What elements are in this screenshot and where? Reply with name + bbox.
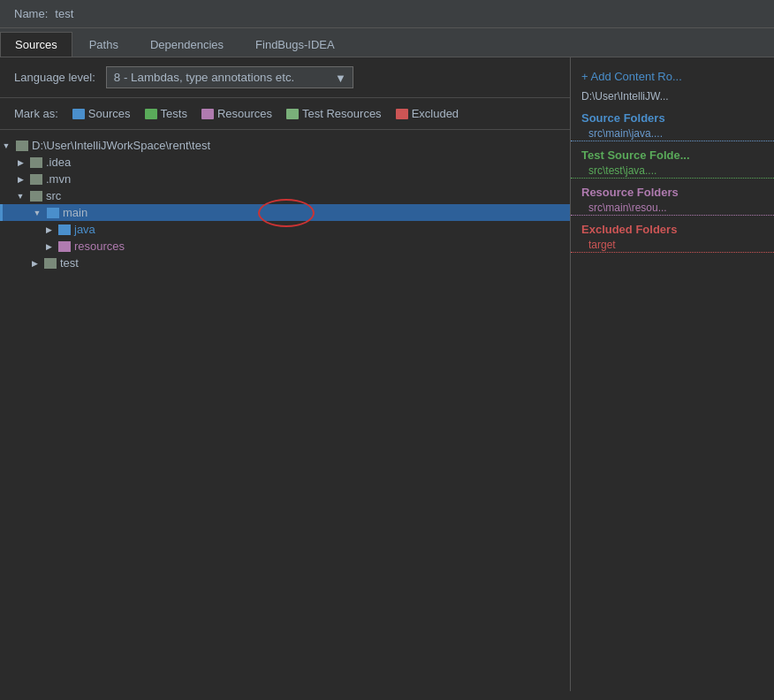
test-resources-folder-icon — [286, 109, 299, 119]
excluded-folders-title: Excluded Folders — [571, 216, 774, 238]
resources-button-label: Resources — [217, 107, 272, 120]
tree-mvn[interactable]: ▶ .mvn — [0, 171, 570, 187]
mark-tests-button[interactable]: Tests — [141, 105, 191, 122]
excluded-folder-icon — [396, 109, 408, 119]
sources-folder-icon — [72, 109, 85, 119]
idea-label: .idea — [46, 156, 71, 169]
mvn-toggle-icon: ▶ — [14, 173, 27, 186]
tests-folder-icon — [145, 109, 157, 119]
resources-folder-icon — [201, 109, 214, 119]
tests-button-label: Tests — [161, 107, 187, 120]
tree-area: ▼ D:\User\IntelliJWorkSpace\rent\test ▶ … — [0, 130, 570, 691]
tree-resources[interactable]: ▶ resources — [0, 238, 570, 255]
java-folder-icon — [58, 224, 71, 235]
add-content-root-button[interactable]: + Add Content Ro... — [581, 70, 682, 83]
main-folder-icon — [47, 208, 59, 218]
left-panel: Language level: 8 - Lambdas, type annota… — [0, 57, 571, 691]
tab-dependencies[interactable]: Dependencies — [135, 32, 239, 57]
test-resources-button-label: Test Resources — [302, 107, 382, 120]
test-source-folders-title: Test Source Folde... — [571, 141, 774, 164]
language-level-dropdown-wrapper: 8 - Lambdas, type annotations etc. ▼ — [106, 66, 353, 88]
resources-toggle-icon: ▶ — [42, 240, 55, 253]
tree-idea[interactable]: ▶ .idea — [0, 154, 570, 171]
test-source-folders-item[interactable]: src\test\java.... — [571, 164, 774, 179]
src-folder-icon — [30, 191, 42, 202]
mvn-folder-icon — [30, 174, 42, 185]
tabs-bar: Sources Paths Dependencies FindBugs-IDEA — [0, 28, 774, 57]
source-folders-title: Source Folders — [571, 104, 774, 126]
src-toggle-icon: ▼ — [14, 190, 27, 202]
java-toggle-icon: ▶ — [42, 224, 55, 236]
tab-findbugs[interactable]: FindBugs-IDEA — [240, 32, 350, 57]
test-folder-icon — [44, 258, 57, 269]
main-toggle-icon: ▼ — [31, 207, 43, 219]
test-toggle-icon: ▶ — [28, 257, 41, 270]
sources-button-label: Sources — [88, 107, 131, 120]
root-path-label: D:\User\IntelliJWorkSpace\rent\test — [32, 139, 210, 152]
name-label: Name: — [14, 7, 48, 20]
tree-src[interactable]: ▼ src — [0, 187, 570, 204]
mark-as-bar: Mark as: Sources Tests Resources Test Re… — [0, 98, 570, 130]
resources-label: resources — [74, 240, 125, 253]
tree-main[interactable]: ▼ main — [3, 204, 570, 221]
language-level-label: Language level: — [14, 71, 95, 84]
main-content: Language level: 8 - Lambdas, type annota… — [0, 57, 774, 691]
language-level-select[interactable]: 8 - Lambdas, type annotations etc. — [106, 66, 353, 88]
mark-test-resources-button[interactable]: Test Resources — [283, 105, 385, 122]
mark-sources-button[interactable]: Sources — [69, 105, 134, 122]
mark-resources-button[interactable]: Resources — [198, 105, 276, 122]
resources-folder-icon-tree — [58, 241, 71, 252]
add-content-root-header: + Add Content Ro... — [571, 65, 774, 88]
resource-folders-title: Resource Folders — [571, 179, 774, 201]
idea-folder-icon — [30, 157, 42, 168]
content-root-path: D:\User\IntelliJW... — [571, 88, 774, 104]
top-bar: Name: test — [0, 0, 774, 28]
source-folders-item[interactable]: src\main\java.... — [571, 126, 774, 141]
tree-root[interactable]: ▼ D:\User\IntelliJWorkSpace\rent\test — [0, 137, 570, 154]
tree-java[interactable]: ▶ java — [0, 221, 570, 238]
java-label: java — [74, 223, 95, 236]
language-level-bar: Language level: 8 - Lambdas, type annota… — [0, 57, 570, 98]
excluded-button-label: Excluded — [412, 107, 459, 120]
mvn-label: .mvn — [46, 172, 71, 186]
test-label: test — [60, 256, 79, 270]
idea-toggle-icon: ▶ — [14, 156, 27, 169]
name-value: test — [55, 7, 73, 20]
resource-folders-item[interactable]: src\main\resou... — [571, 201, 774, 216]
right-panel: + Add Content Ro... D:\User\IntelliJW...… — [571, 57, 774, 691]
tab-paths[interactable]: Paths — [74, 32, 133, 57]
tab-sources[interactable]: Sources — [0, 32, 72, 57]
tree-main-row: ▼ main — [0, 204, 570, 221]
root-toggle-icon: ▼ — [0, 140, 12, 152]
mark-excluded-button[interactable]: Excluded — [392, 105, 462, 122]
excluded-folders-item[interactable]: target — [571, 238, 774, 253]
root-folder-icon — [16, 141, 28, 151]
main-label: main — [63, 206, 87, 219]
tree-test[interactable]: ▶ test — [0, 255, 570, 271]
mark-as-label: Mark as: — [14, 107, 58, 120]
src-label: src — [46, 189, 61, 202]
